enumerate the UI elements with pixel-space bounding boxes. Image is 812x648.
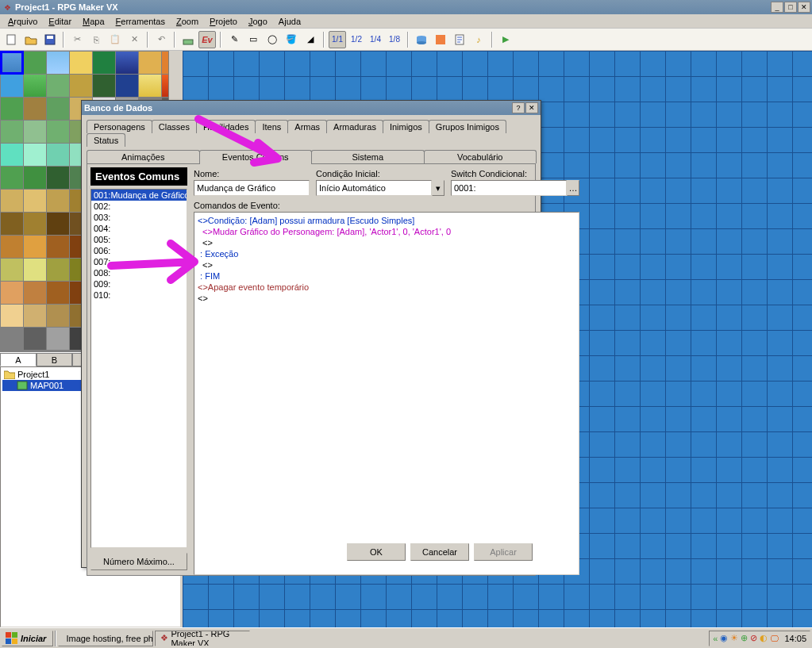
list-item[interactable]: 006:	[91, 245, 187, 256]
list-item[interactable]: 010:	[91, 289, 187, 301]
close-button[interactable]: ✕	[798, 2, 810, 13]
script-button[interactable]	[451, 31, 468, 48]
zoom-1-2-button[interactable]: 1/2	[348, 31, 365, 48]
ellipse-button[interactable]: ◯	[264, 31, 281, 48]
tab-itens[interactable]: Itens	[255, 120, 288, 133]
rect-button[interactable]: ▭	[244, 31, 262, 48]
delete-button[interactable]: ✕	[125, 31, 143, 48]
tray-icon[interactable]: ⊕	[741, 633, 748, 643]
tab-inimigos[interactable]: Inimigos	[383, 120, 429, 133]
menu-arquivo[interactable]: AArquivorquivo	[3, 15, 42, 28]
dialog-close-button[interactable]: ✕	[525, 102, 538, 113]
tab-b[interactable]: B	[37, 353, 73, 366]
tray-icon[interactable]: «	[713, 634, 718, 643]
taskbar-item-1[interactable]: Image hosting, free phot...	[58, 631, 153, 646]
fill-button[interactable]: 🪣	[283, 31, 300, 48]
paste-button[interactable]: 📋	[106, 31, 124, 48]
menu-ajuda[interactable]: Ajuda	[274, 15, 306, 28]
list-item[interactable]: 004:	[91, 223, 187, 234]
tab-grupos[interactable]: Grupos Inimigos	[429, 120, 506, 133]
ellipsis-button[interactable]: …	[567, 180, 579, 196]
common-events-list[interactable]: 001:Mudança de Gráfico 002: 003: 004: 00…	[90, 189, 187, 548]
cmd-line[interactable]: <>Mudar Gráfico do Personagem: [Adam], '…	[198, 226, 575, 237]
dialog-help-button[interactable]: ?	[512, 102, 525, 113]
menu-projeto[interactable]: Projeto	[205, 15, 242, 28]
menu-zoom[interactable]: Zoom	[171, 15, 203, 28]
new-project-button[interactable]	[3, 31, 21, 48]
tab-animacoes[interactable]: Animações	[87, 150, 200, 163]
tab-classes[interactable]: Classes	[152, 120, 197, 133]
open-button[interactable]	[22, 31, 40, 48]
list-item[interactable]: 009:	[91, 278, 187, 289]
menu-mapa[interactable]: Mapa	[78, 15, 110, 28]
tab-habilidades[interactable]: Habilidades	[196, 120, 256, 133]
menu-editar[interactable]: Editar	[44, 15, 76, 28]
clock[interactable]: 14:05	[784, 634, 806, 643]
tab-armas[interactable]: Armas	[287, 120, 327, 133]
menu-ferramentas[interactable]: Ferramentas	[111, 15, 170, 28]
ok-button[interactable]: OK	[347, 543, 406, 561]
tray-icon[interactable]: 🖵	[770, 634, 779, 643]
app-icon: ❖	[2, 2, 13, 13]
copy-button[interactable]: ⎘	[87, 31, 105, 48]
cmd-line[interactable]: : Exceção	[198, 248, 575, 259]
cut-button[interactable]: ✂	[68, 31, 86, 48]
cmd-line[interactable]: : FIM	[198, 270, 575, 282]
cmd-line[interactable]: <>Apagar evento temporário	[198, 282, 575, 293]
database-button[interactable]	[413, 31, 430, 48]
start-button[interactable]: Iniciar	[2, 631, 53, 646]
sound-button[interactable]: ♪	[470, 31, 487, 48]
tab-a[interactable]: A	[0, 353, 37, 366]
zoom-1-1-button[interactable]: 1/1	[329, 31, 346, 48]
shadow-button[interactable]: ◢	[302, 31, 319, 48]
layer1-button[interactable]	[179, 31, 197, 48]
system-tray[interactable]: « ◉ ☀ ⊕ ⊘ ◐ 🖵 14:05	[709, 631, 810, 646]
switch-input[interactable]	[451, 180, 567, 196]
cmd-line[interactable]: <>Condição: [Adam] possui armadura [Escu…	[198, 215, 575, 226]
tray-icon[interactable]: ◐	[760, 633, 768, 643]
minimize-button[interactable]: _	[771, 2, 783, 13]
zoom-1-4-button[interactable]: 1/4	[367, 31, 384, 48]
folder-icon	[4, 370, 15, 379]
tray-icon[interactable]: ◉	[720, 633, 728, 643]
svg-rect-9	[17, 382, 27, 389]
list-item[interactable]: 007:	[91, 256, 187, 267]
materials-button[interactable]	[432, 31, 449, 48]
menu-jogo[interactable]: Jogo	[244, 15, 272, 28]
tab-eventos-comuns[interactable]: Eventos Comuns	[199, 150, 313, 164]
maximize-button[interactable]: □	[784, 2, 797, 13]
zoom-1-8-button[interactable]: 1/8	[386, 31, 403, 48]
tray-icon[interactable]: ⊘	[750, 633, 757, 643]
event-mode-button[interactable]: Ev	[198, 31, 216, 48]
menubar: AArquivorquivo Editar Mapa Ferramentas Z…	[0, 14, 812, 29]
pencil-button[interactable]: ✎	[225, 31, 243, 48]
cmd-line[interactable]: <>	[198, 259, 575, 270]
tab-sistema[interactable]: Sistema	[311, 150, 425, 163]
taskbar: Iniciar Image hosting, free phot... ❖ Pr…	[0, 627, 812, 648]
tab-vocabulario[interactable]: Vocabulário	[424, 150, 537, 163]
dropdown-arrow-icon[interactable]: ▾	[432, 180, 444, 196]
undo-button[interactable]: ↶	[152, 31, 170, 48]
playtest-button[interactable]: ▶	[497, 31, 514, 48]
tab-status[interactable]: Status	[87, 133, 125, 147]
condicao-select[interactable]	[316, 180, 432, 196]
tab-personagens[interactable]: Personagens	[87, 120, 152, 133]
commands-list[interactable]: <>Condição: [Adam] possui armadura [Escu…	[194, 212, 579, 575]
list-item[interactable]: 005:	[91, 234, 187, 245]
cmd-line[interactable]: <>	[198, 237, 575, 248]
nome-input[interactable]	[194, 180, 310, 196]
list-item[interactable]: 002:	[91, 201, 187, 212]
apply-button[interactable]: Aplicar	[474, 543, 533, 561]
list-item[interactable]: 008:	[91, 267, 187, 278]
save-button[interactable]	[41, 31, 59, 48]
max-number-button[interactable]: Número Máximo...	[90, 553, 187, 570]
cancel-button[interactable]: Cancelar	[410, 543, 469, 561]
cmd-line[interactable]: <>	[198, 293, 575, 304]
taskbar-item-2[interactable]: ❖ Project1 - RPG Maker VX	[155, 631, 250, 646]
tab-armaduras[interactable]: Armaduras	[326, 120, 383, 133]
list-item[interactable]: 003:	[91, 212, 187, 223]
toolbar: ✂ ⎘ 📋 ✕ ↶ Ev ✎ ▭ ◯ 🪣 ◢ 1/1 1/2 1/4 1/8 ♪…	[0, 29, 812, 51]
list-item[interactable]: 001:Mudança de Gráfico	[91, 190, 187, 201]
dialog-titlebar[interactable]: Banco de Dados ? ✕	[82, 101, 541, 115]
tray-icon[interactable]: ☀	[730, 633, 738, 643]
